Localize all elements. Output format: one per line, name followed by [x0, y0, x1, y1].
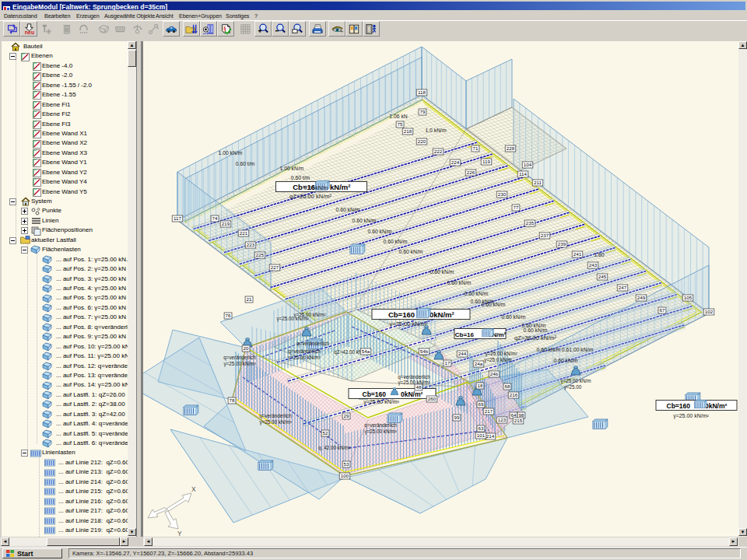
svg-text:228: 228 [507, 145, 515, 151]
svg-text:98: 98 [519, 412, 524, 418]
svg-text:0kN/m²: 0kN/m² [401, 390, 423, 398]
svg-text:123: 123 [498, 417, 507, 422]
svg-text:54a: 54a [362, 348, 370, 354]
svg-text:γ=25.00 kN/m²: γ=25.00 kN/m² [390, 320, 428, 327]
svg-text:q. 42.00 kN/m²: q. 42.00 kN/m² [318, 445, 350, 451]
svg-text:0.60 kN/m: 0.60 kN/m [471, 299, 495, 304]
svg-text:Cb=160: Cb=160 [363, 390, 387, 398]
svg-text:1.00 kN/m: 1.00 kN/m [219, 150, 243, 156]
svg-text:77: 77 [514, 205, 519, 210]
svg-text:237: 237 [541, 233, 549, 238]
svg-text:0.60 kN/m: 0.60 kN/m [522, 323, 546, 328]
svg-text:219: 219 [222, 221, 230, 226]
svg-text:Cb=16: Cb=16 [455, 331, 475, 338]
svg-text:69: 69 [479, 401, 484, 407]
svg-text:q=veränderlich: q=veränderlich [259, 413, 292, 419]
svg-text:γ=25.00 kN/m³: γ=25.00 kN/m³ [259, 419, 291, 425]
svg-text:Cb=160: Cb=160 [388, 310, 415, 319]
svg-text:0.60 kN/m: 0.60 kN/m [430, 269, 454, 275]
svg-text:γ=25.00 kN/m²: γ=25.00 kN/m² [293, 312, 325, 318]
svg-text:71: 71 [473, 145, 479, 151]
svg-text:γ=25.00 kN/m³: γ=25.00 kN/m³ [223, 361, 255, 367]
svg-text:67: 67 [660, 307, 665, 313]
svg-text:217: 217 [485, 408, 493, 414]
svg-text:γ=25.00: γ=25.00 [564, 384, 582, 390]
svg-text:1.0 kN/m: 1.0 kN/m [425, 128, 447, 133]
svg-text:0.60 kN/m: 0.60 kN/m [399, 249, 423, 254]
svg-text:244: 244 [458, 351, 467, 356]
svg-text:0.60 kN/m: 0.60 kN/m [447, 280, 472, 285]
svg-text:q=veränderlich: q=veränderlich [364, 422, 397, 429]
svg-text:48: 48 [416, 384, 422, 390]
svg-text:100: 100 [341, 473, 349, 478]
svg-text:X: X [191, 485, 196, 493]
svg-text:260: 260 [428, 396, 437, 401]
svg-text:0kN/m²: 0kN/m² [430, 310, 454, 319]
svg-text:249: 249 [637, 295, 646, 300]
svg-text:215: 215 [514, 418, 523, 423]
svg-text:211: 211 [534, 180, 542, 185]
svg-text:0kN/m²: 0kN/m² [705, 402, 728, 410]
svg-text:52: 52 [323, 430, 328, 436]
svg-text:119: 119 [482, 159, 490, 164]
svg-text:68: 68 [505, 383, 510, 389]
svg-text:241: 241 [573, 251, 582, 257]
svg-text:0.60 kN/m: 0.60 kN/m [502, 314, 526, 320]
svg-text:kN/m²: kN/m² [330, 183, 350, 191]
svg-text:79: 79 [420, 109, 426, 114]
svg-text:1.60: 1.60 [594, 252, 604, 257]
svg-text:102: 102 [705, 309, 714, 314]
svg-text:220: 220 [418, 138, 426, 144]
svg-text:78: 78 [230, 397, 235, 403]
svg-text:105: 105 [684, 295, 693, 300]
svg-text:104: 104 [524, 162, 532, 167]
svg-text:64: 64 [511, 412, 517, 418]
svg-text:0.60 kN/m: 0.60 kN/m [352, 218, 377, 223]
svg-text:227: 227 [271, 264, 279, 270]
svg-text:243: 243 [589, 262, 598, 268]
svg-text:γ=25.00 kN/m³: γ=25.00 kN/m³ [364, 429, 396, 435]
svg-text:101: 101 [477, 432, 486, 438]
svg-text:247: 247 [619, 285, 627, 290]
svg-text:q=veränderlich: q=veränderlich [223, 355, 256, 361]
svg-text:17: 17 [445, 360, 451, 366]
svg-text:γ=25.00 kN/m²: γ=25.00 kN/m² [485, 351, 517, 357]
svg-text:q=veränderlich: q=veränderlich [288, 348, 321, 355]
svg-text:γ=25.00 kN/m³: γ=25.00 kN/m³ [288, 355, 320, 361]
svg-text:γ=25.00 kN/m³: γ=25.00 kN/m³ [363, 399, 399, 405]
svg-text:γ=25.00 kN/m²: γ=25.00 kN/m² [398, 380, 430, 386]
svg-text:1.06 kN: 1.06 kN [389, 114, 408, 119]
svg-text:53: 53 [344, 461, 349, 467]
svg-text:21: 21 [247, 296, 252, 302]
svg-text:224: 224 [451, 159, 460, 165]
svg-text:29: 29 [344, 413, 349, 418]
svg-text:76: 76 [226, 313, 231, 318]
svg-text:99: 99 [454, 415, 460, 420]
svg-text:1.00 kN/m: 1.00 kN/m [280, 166, 304, 171]
svg-text:226: 226 [467, 170, 475, 175]
svg-text:221: 221 [240, 230, 248, 236]
svg-text:245: 245 [598, 274, 607, 279]
svg-text:0.60 t/m: 0.60 t/m [236, 161, 255, 166]
svg-text:0.60 kN/m: 0.60 kN/m [384, 239, 408, 244]
svg-text:18: 18 [478, 383, 483, 388]
svg-text:218: 218 [404, 128, 412, 134]
svg-text:0.60 kN/m: 0.60 kN/m [537, 347, 561, 352]
svg-text:223: 223 [247, 242, 255, 247]
svg-text:0.60 kN/m: 0.60 kN/m [465, 291, 489, 296]
svg-text:235: 235 [526, 220, 535, 226]
svg-text:75: 75 [398, 121, 403, 127]
svg-text:0.60 kN/m: 0.60 kN/m [336, 207, 360, 212]
svg-text:qZ=26.00 kN/m²: qZ=26.00 kN/m² [289, 193, 331, 200]
svg-text:Cb=160: Cb=160 [667, 402, 691, 410]
svg-text:qZ=38.00 kN/m²: qZ=38.00 kN/m² [514, 334, 556, 341]
svg-text:20: 20 [244, 345, 249, 351]
svg-text:γ=25.00 kN/m²: γ=25.00 kN/m² [673, 413, 709, 419]
svg-text:225: 225 [256, 252, 265, 257]
svg-text:230: 230 [498, 191, 507, 197]
svg-text:114: 114 [519, 171, 527, 177]
svg-text:117: 117 [174, 215, 181, 221]
svg-text:63: 63 [479, 425, 484, 431]
svg-text:0.60 kN/m: 0.60 kN/m [554, 358, 578, 363]
svg-text:γ=25.0 kN/m: γ=25.0 kN/m [484, 357, 512, 363]
